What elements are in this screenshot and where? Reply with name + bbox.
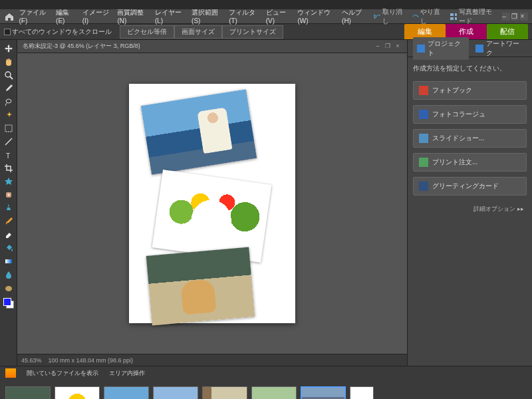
foreground-color[interactable] bbox=[3, 298, 11, 306]
restore-button[interactable]: ❐ bbox=[511, 13, 519, 21]
menu-help[interactable]: ヘルプ(H) bbox=[338, 8, 370, 25]
scroll-all-checkbox[interactable] bbox=[4, 29, 11, 35]
slideshow-icon bbox=[419, 134, 428, 143]
svg-point-11 bbox=[5, 286, 12, 291]
thumbnail-1[interactable] bbox=[5, 386, 51, 400]
zoom-tool[interactable] bbox=[1, 69, 16, 81]
menu-select[interactable]: 選択範囲(S) bbox=[188, 8, 225, 25]
menu-file[interactable]: ファイル(F) bbox=[15, 8, 53, 25]
eyedropper-tool[interactable] bbox=[1, 82, 16, 94]
svg-rect-0 bbox=[450, 13, 454, 16]
thumbnail-4[interactable] bbox=[153, 386, 198, 400]
doc-close-icon[interactable]: × bbox=[394, 43, 402, 51]
blur-tool[interactable] bbox=[1, 269, 16, 281]
thumbnail-2[interactable] bbox=[55, 386, 100, 400]
photobook-label: フォトブック bbox=[432, 86, 472, 95]
organizer-label: 写真整理モード bbox=[459, 7, 497, 26]
svg-rect-3 bbox=[455, 17, 457, 20]
photocollage-icon bbox=[419, 110, 428, 119]
bin-folder-icon[interactable] bbox=[5, 368, 16, 378]
artwork-icon bbox=[475, 45, 483, 53]
menu-image[interactable]: イメージ(I) bbox=[78, 8, 114, 25]
svg-rect-6 bbox=[5, 125, 12, 132]
clone-stamp-tool[interactable] bbox=[1, 202, 16, 214]
photobook-button[interactable]: フォトブック bbox=[413, 81, 527, 100]
healing-brush-tool[interactable] bbox=[1, 189, 16, 201]
svg-rect-10 bbox=[5, 259, 12, 263]
collage-photo-1[interactable] bbox=[141, 89, 257, 175]
menu-filter[interactable]: フィルタ(T) bbox=[225, 8, 262, 25]
marquee-tool[interactable] bbox=[1, 122, 16, 134]
menu-enhance[interactable]: 画質調整(N) bbox=[113, 8, 151, 25]
svg-rect-1 bbox=[455, 13, 457, 16]
actual-pixels-button[interactable]: ピクセル等倍 bbox=[120, 25, 174, 39]
thumbnail-5[interactable] bbox=[202, 386, 247, 400]
greeting-card-button[interactable]: グリーティングカード bbox=[413, 177, 527, 196]
doc-restore-icon[interactable]: ❐ bbox=[384, 43, 392, 51]
home-icon[interactable] bbox=[4, 11, 15, 22]
sponge-tool[interactable] bbox=[1, 282, 16, 294]
redo-label: やり直し bbox=[420, 7, 442, 26]
tab-artwork-label: アートワーク bbox=[486, 39, 523, 58]
thumbnail-6[interactable] bbox=[251, 386, 297, 400]
bin-area-ops-label[interactable]: エリア内操作 bbox=[109, 369, 145, 378]
organizer-button[interactable]: 写真整理モード bbox=[446, 7, 501, 26]
zoom-level[interactable]: 45.63% bbox=[21, 357, 42, 364]
crop-tool[interactable] bbox=[1, 162, 16, 174]
print-order-icon bbox=[419, 158, 428, 167]
greeting-card-icon bbox=[419, 182, 428, 191]
slideshow-label: スライドショー... bbox=[432, 134, 484, 143]
cookie-cutter-tool[interactable] bbox=[1, 176, 16, 188]
menu-view[interactable]: ビュー(V) bbox=[262, 8, 294, 25]
document-dimensions: 100 mm x 148.04 mm (98.6 ppi) bbox=[49, 357, 134, 364]
tab-project-label: プロジェクト bbox=[428, 39, 465, 58]
menu-window[interactable]: ウィンドウ(W) bbox=[293, 8, 338, 25]
document-title: 名称未設定-3 @ 45.6% (レイヤー 3, RGB/8) bbox=[23, 42, 372, 51]
tab-project[interactable]: プロジェクト bbox=[413, 37, 469, 60]
paint-bucket-tool[interactable] bbox=[1, 242, 16, 254]
lasso-tool[interactable] bbox=[1, 96, 16, 108]
svg-rect-13 bbox=[475, 45, 483, 53]
print-size-button[interactable]: プリントサイズ bbox=[222, 25, 283, 39]
menu-layer[interactable]: レイヤー(L) bbox=[151, 8, 188, 25]
doc-minimize-icon[interactable]: – bbox=[374, 43, 382, 51]
tab-artwork[interactable]: アートワーク bbox=[471, 37, 527, 60]
side-panel: プロジェクト アートワーク 作成方法を指定してください。 フォトブック フォトコ… bbox=[407, 40, 532, 366]
photobook-icon bbox=[419, 86, 428, 95]
slideshow-button[interactable]: スライドショー... bbox=[413, 129, 527, 148]
project-icon bbox=[417, 45, 425, 53]
color-swatches[interactable] bbox=[3, 298, 14, 309]
redo-button[interactable]: やり直し bbox=[408, 7, 446, 26]
brush-tool[interactable] bbox=[1, 215, 16, 227]
bin-open-files-label[interactable]: 開いているファイルを表示 bbox=[27, 369, 98, 378]
svg-point-4 bbox=[5, 72, 11, 77]
photocollage-button[interactable]: フォトコラージュ bbox=[413, 105, 527, 124]
gradient-tool[interactable] bbox=[1, 255, 16, 267]
collage-photo-3[interactable] bbox=[146, 247, 255, 325]
print-order-button[interactable]: プリント注文... bbox=[413, 153, 527, 172]
bin-header: 開いているファイルを表示 エリア内操作 bbox=[0, 366, 532, 380]
document-status-bar: 45.63% 100 mm x 148.04 mm (98.6 ppi) bbox=[17, 354, 407, 366]
undo-button[interactable]: 取り消し bbox=[370, 7, 408, 26]
minimize-button[interactable]: – bbox=[502, 13, 510, 21]
fit-screen-button[interactable]: 画面サイズ bbox=[174, 25, 222, 39]
close-button[interactable]: × bbox=[520, 13, 528, 21]
canvas-viewport[interactable] bbox=[17, 53, 407, 354]
type-tool[interactable]: T bbox=[1, 149, 16, 161]
move-tool[interactable] bbox=[1, 43, 16, 55]
menu-bar: ファイル(F) 編集(E) イメージ(I) 画質調整(N) レイヤー(L) 選択… bbox=[0, 9, 532, 24]
line-tool[interactable] bbox=[1, 136, 16, 148]
collage-photo-2[interactable] bbox=[152, 170, 272, 263]
panel-body: 作成方法を指定してください。 フォトブック フォトコラージュ スライドショー..… bbox=[408, 57, 532, 366]
magic-wand-tool[interactable] bbox=[1, 109, 16, 121]
menu-edit[interactable]: 編集(E) bbox=[52, 8, 78, 25]
greeting-card-label: グリーティングカード bbox=[432, 182, 499, 191]
panel-tab-bar: プロジェクト アートワーク bbox=[408, 40, 532, 57]
thumbnail-7[interactable] bbox=[301, 386, 346, 400]
more-options-link[interactable]: 詳細オプション ▸▸ bbox=[413, 201, 527, 217]
thumbnail-8[interactable] bbox=[350, 386, 374, 400]
hand-tool[interactable] bbox=[1, 56, 16, 68]
project-bin: 開いているファイルを表示 エリア内操作 bbox=[0, 366, 532, 399]
eraser-tool[interactable] bbox=[1, 229, 16, 241]
thumbnail-3[interactable] bbox=[104, 386, 149, 400]
